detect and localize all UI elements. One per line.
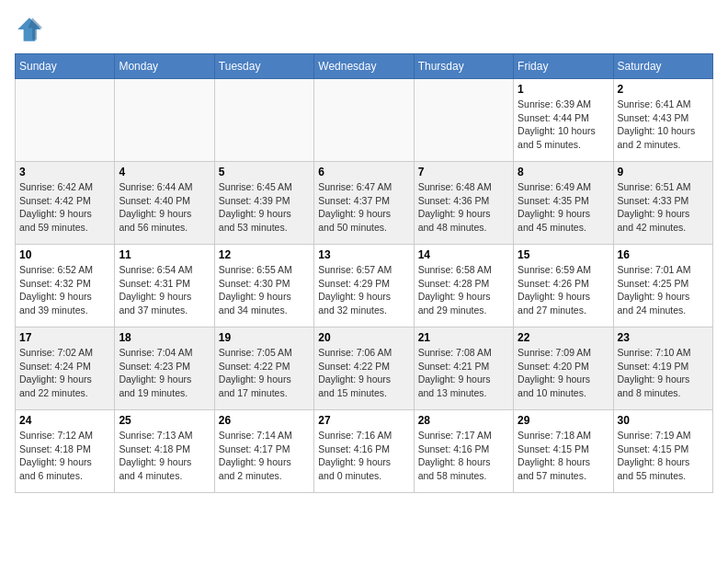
day-number: 26 xyxy=(219,414,310,427)
day-cell: 18Sunrise: 7:04 AM Sunset: 4:23 PM Dayli… xyxy=(115,327,214,410)
day-info: Sunrise: 6:41 AM Sunset: 4:43 PM Dayligh… xyxy=(618,98,709,152)
day-cell xyxy=(414,79,513,162)
weekday-header-saturday: Saturday xyxy=(613,54,712,79)
weekday-header-wednesday: Wednesday xyxy=(314,54,414,79)
day-info: Sunrise: 7:12 AM Sunset: 4:18 PM Dayligh… xyxy=(19,429,110,483)
day-info: Sunrise: 6:45 AM Sunset: 4:39 PM Dayligh… xyxy=(219,180,310,235)
day-info: Sunrise: 6:57 AM Sunset: 4:29 PM Dayligh… xyxy=(318,263,409,317)
day-info: Sunrise: 6:54 AM Sunset: 4:31 PM Dayligh… xyxy=(119,263,210,317)
day-cell xyxy=(314,79,414,162)
day-info: Sunrise: 6:39 AM Sunset: 4:44 PM Dayligh… xyxy=(518,98,609,152)
day-info: Sunrise: 7:10 AM Sunset: 4:19 PM Dayligh… xyxy=(618,346,709,400)
day-number: 29 xyxy=(518,414,609,427)
day-number: 4 xyxy=(119,166,210,178)
day-info: Sunrise: 7:01 AM Sunset: 4:25 PM Dayligh… xyxy=(618,263,709,317)
week-row-2: 10Sunrise: 6:52 AM Sunset: 4:32 PM Dayli… xyxy=(16,245,713,327)
day-cell: 30Sunrise: 7:19 AM Sunset: 4:15 PM Dayli… xyxy=(613,410,712,493)
day-cell: 14Sunrise: 6:58 AM Sunset: 4:28 PM Dayli… xyxy=(414,245,513,327)
calendar-table: SundayMondayTuesdayWednesdayThursdayFrid… xyxy=(15,53,713,493)
day-info: Sunrise: 6:59 AM Sunset: 4:26 PM Dayligh… xyxy=(518,263,609,317)
day-info: Sunrise: 7:19 AM Sunset: 4:15 PM Dayligh… xyxy=(618,429,709,483)
day-number: 10 xyxy=(19,248,110,261)
day-info: Sunrise: 6:51 AM Sunset: 4:33 PM Dayligh… xyxy=(618,180,709,235)
day-info: Sunrise: 6:58 AM Sunset: 4:28 PM Dayligh… xyxy=(418,263,509,317)
day-number: 7 xyxy=(418,166,509,178)
day-cell xyxy=(115,79,214,162)
weekday-header-thursday: Thursday xyxy=(414,54,513,79)
day-number: 8 xyxy=(518,166,609,178)
day-cell xyxy=(16,79,115,162)
day-info: Sunrise: 7:09 AM Sunset: 4:20 PM Dayligh… xyxy=(518,346,609,400)
day-number: 14 xyxy=(418,248,509,261)
day-number: 19 xyxy=(219,331,310,344)
day-number: 25 xyxy=(119,414,210,427)
day-cell: 28Sunrise: 7:17 AM Sunset: 4:16 PM Dayli… xyxy=(414,410,513,493)
day-info: Sunrise: 6:42 AM Sunset: 4:42 PM Dayligh… xyxy=(19,180,110,235)
day-info: Sunrise: 6:47 AM Sunset: 4:37 PM Dayligh… xyxy=(318,180,409,235)
weekday-header-row: SundayMondayTuesdayWednesdayThursdayFrid… xyxy=(16,54,713,79)
day-number: 9 xyxy=(618,166,709,178)
day-cell: 2Sunrise: 6:41 AM Sunset: 4:43 PM Daylig… xyxy=(613,79,712,162)
day-info: Sunrise: 7:02 AM Sunset: 4:24 PM Dayligh… xyxy=(19,346,110,400)
day-info: Sunrise: 6:48 AM Sunset: 4:36 PM Dayligh… xyxy=(418,180,509,235)
page-header xyxy=(15,15,713,44)
weekday-header-friday: Friday xyxy=(514,54,613,79)
day-cell: 1Sunrise: 6:39 AM Sunset: 4:44 PM Daylig… xyxy=(514,79,613,162)
day-cell: 5Sunrise: 6:45 AM Sunset: 4:39 PM Daylig… xyxy=(214,162,313,245)
day-cell xyxy=(214,79,313,162)
day-cell: 6Sunrise: 6:47 AM Sunset: 4:37 PM Daylig… xyxy=(314,162,414,245)
day-cell: 17Sunrise: 7:02 AM Sunset: 4:24 PM Dayli… xyxy=(16,327,115,410)
day-info: Sunrise: 6:52 AM Sunset: 4:32 PM Dayligh… xyxy=(19,263,110,317)
day-number: 11 xyxy=(119,248,210,261)
day-info: Sunrise: 7:08 AM Sunset: 4:21 PM Dayligh… xyxy=(418,346,509,400)
day-cell: 4Sunrise: 6:44 AM Sunset: 4:40 PM Daylig… xyxy=(115,162,214,245)
day-cell: 25Sunrise: 7:13 AM Sunset: 4:18 PM Dayli… xyxy=(115,410,214,493)
day-cell: 7Sunrise: 6:48 AM Sunset: 4:36 PM Daylig… xyxy=(414,162,513,245)
day-info: Sunrise: 7:13 AM Sunset: 4:18 PM Dayligh… xyxy=(119,429,210,483)
day-cell: 26Sunrise: 7:14 AM Sunset: 4:17 PM Dayli… xyxy=(214,410,313,493)
day-cell: 16Sunrise: 7:01 AM Sunset: 4:25 PM Dayli… xyxy=(613,245,712,327)
day-number: 13 xyxy=(318,248,409,261)
day-cell: 8Sunrise: 6:49 AM Sunset: 4:35 PM Daylig… xyxy=(514,162,613,245)
day-number: 18 xyxy=(119,331,210,344)
day-info: Sunrise: 7:17 AM Sunset: 4:16 PM Dayligh… xyxy=(418,429,509,483)
logo-icon xyxy=(15,15,44,44)
day-number: 21 xyxy=(418,331,509,344)
day-cell: 21Sunrise: 7:08 AM Sunset: 4:21 PM Dayli… xyxy=(414,327,513,410)
day-number: 28 xyxy=(418,414,509,427)
day-number: 3 xyxy=(19,166,110,178)
day-info: Sunrise: 7:04 AM Sunset: 4:23 PM Dayligh… xyxy=(119,346,210,400)
day-number: 12 xyxy=(219,248,310,261)
day-number: 20 xyxy=(318,331,409,344)
day-cell: 20Sunrise: 7:06 AM Sunset: 4:22 PM Dayli… xyxy=(314,327,414,410)
day-number: 17 xyxy=(19,331,110,344)
week-row-4: 24Sunrise: 7:12 AM Sunset: 4:18 PM Dayli… xyxy=(16,410,713,493)
day-number: 1 xyxy=(518,83,609,96)
weekday-header-monday: Monday xyxy=(115,54,214,79)
day-cell: 12Sunrise: 6:55 AM Sunset: 4:30 PM Dayli… xyxy=(214,245,313,327)
day-info: Sunrise: 7:05 AM Sunset: 4:22 PM Dayligh… xyxy=(219,346,310,400)
day-number: 2 xyxy=(618,83,709,96)
day-number: 23 xyxy=(618,331,709,344)
day-number: 27 xyxy=(318,414,409,427)
day-info: Sunrise: 7:18 AM Sunset: 4:15 PM Dayligh… xyxy=(518,429,609,483)
day-cell: 15Sunrise: 6:59 AM Sunset: 4:26 PM Dayli… xyxy=(514,245,613,327)
day-info: Sunrise: 6:55 AM Sunset: 4:30 PM Dayligh… xyxy=(219,263,310,317)
day-cell: 29Sunrise: 7:18 AM Sunset: 4:15 PM Dayli… xyxy=(514,410,613,493)
day-number: 5 xyxy=(219,166,310,178)
day-cell: 24Sunrise: 7:12 AM Sunset: 4:18 PM Dayli… xyxy=(16,410,115,493)
day-cell: 3Sunrise: 6:42 AM Sunset: 4:42 PM Daylig… xyxy=(16,162,115,245)
day-info: Sunrise: 6:44 AM Sunset: 4:40 PM Dayligh… xyxy=(119,180,210,235)
week-row-0: 1Sunrise: 6:39 AM Sunset: 4:44 PM Daylig… xyxy=(16,79,713,162)
weekday-header-sunday: Sunday xyxy=(16,54,115,79)
day-cell: 10Sunrise: 6:52 AM Sunset: 4:32 PM Dayli… xyxy=(16,245,115,327)
weekday-header-tuesday: Tuesday xyxy=(214,54,313,79)
day-info: Sunrise: 7:06 AM Sunset: 4:22 PM Dayligh… xyxy=(318,346,409,400)
day-info: Sunrise: 7:16 AM Sunset: 4:16 PM Dayligh… xyxy=(318,429,409,483)
day-number: 30 xyxy=(618,414,709,427)
day-info: Sunrise: 7:14 AM Sunset: 4:17 PM Dayligh… xyxy=(219,429,310,483)
day-cell: 13Sunrise: 6:57 AM Sunset: 4:29 PM Dayli… xyxy=(314,245,414,327)
week-row-3: 17Sunrise: 7:02 AM Sunset: 4:24 PM Dayli… xyxy=(16,327,713,410)
day-number: 24 xyxy=(19,414,110,427)
day-info: Sunrise: 6:49 AM Sunset: 4:35 PM Dayligh… xyxy=(518,180,609,235)
